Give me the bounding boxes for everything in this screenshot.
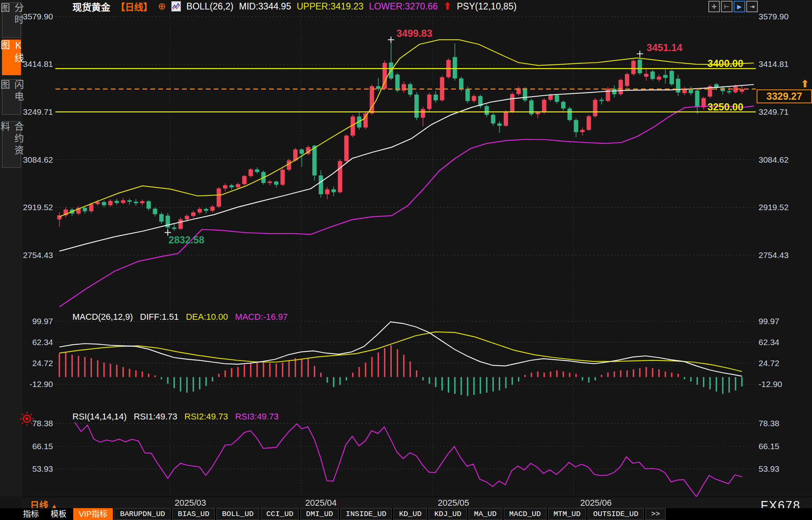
axis-tick-label: 3249.71 — [23, 107, 53, 117]
resistance-level-label[interactable]: 3400.00 — [708, 58, 743, 69]
tab-barupdn_ud[interactable]: BARUPDN_UD — [114, 508, 171, 520]
axis-tick-label: 99.97 — [23, 317, 53, 326]
axis-play-icon[interactable]: ▶ — [734, 1, 745, 12]
axis-tick-label: 3249.71 — [759, 107, 789, 117]
axis-tick-label: 2919.52 — [23, 203, 53, 212]
symbol-title: 现货黄金 — [72, 0, 110, 13]
chart-canvas[interactable] — [0, 0, 812, 520]
tab-inside_ud[interactable]: INSIDE_UD — [340, 508, 392, 520]
month-label-may: 2025/05 — [426, 498, 481, 508]
signal-up-arrow-icon: ⬆ — [443, 1, 451, 12]
month-label-mar: 2025/03 — [163, 498, 218, 508]
macd-dea-value: DEA:10.00 — [186, 312, 228, 322]
sidebar-item-kline-chart[interactable]: K线图 — [2, 40, 21, 75]
macd-header: MACD(26,12,9) DIFF:1.51 DEA:10.00 MACD:-… — [72, 312, 288, 322]
chart-toolbar: ✛ ⊢ ▶ ⇥ — [708, 1, 758, 12]
axis-tick-label: 62.34 — [23, 338, 53, 347]
tab-macd_ud[interactable]: MACD_UD — [504, 508, 546, 520]
rsi1-value: RSI1:49.73 — [134, 412, 177, 422]
axis-tick-label: 3414.81 — [759, 59, 789, 69]
macd-diff-value: DIFF:1.51 — [140, 312, 179, 322]
rsi-header: RSI(14,14,14) RSI1:49.73 RSI2:49.73 RSI3… — [72, 412, 279, 422]
tab-vip[interactable]: VIP指标 — [73, 508, 113, 520]
indicator-tab-bar: 指标模板VIP指标BARUPDN_UDBIAS_UDBOLL_UDCCI_UDD… — [0, 508, 812, 520]
price-up-arrow-icon: ⬆ — [801, 78, 809, 89]
low-annotation-1: 2832.58 — [169, 234, 204, 246]
high-annotation-1: 3499.83 — [397, 28, 432, 39]
axis-tick-label: 24.72 — [23, 359, 53, 368]
axis-tick-label: 2754.43 — [23, 251, 53, 260]
rsi-title[interactable]: RSI(14,14,14) — [72, 412, 127, 422]
chart-header: 现货黄金 【日线】 ⊕ BOLL(26,2) MID:3344.95 UPPER… — [72, 1, 516, 12]
axis-tick-label: 3579.90 — [23, 12, 53, 21]
sidebar-item-time-chart[interactable]: 分时图 — [2, 2, 21, 38]
tab-kd_ud[interactable]: KD_UD — [393, 508, 427, 520]
tab-[interactable]: 模板 — [46, 509, 72, 520]
tab-ma_ud[interactable]: MA_UD — [469, 508, 502, 520]
month-label-jun: 2025/06 — [568, 498, 624, 508]
sidebar-item-contract-info[interactable]: 合约资料 — [2, 121, 21, 168]
axis-tick-label: 24.72 — [759, 359, 780, 368]
tab-outside_ud[interactable]: OUTSIDE_UD — [588, 508, 644, 520]
axis-tick-label: -12.90 — [23, 380, 53, 389]
month-label-apr: 2025/04 — [293, 498, 349, 508]
app-window: 分时图 K线图 闪电图 合约资料 现货黄金 【日线】 ⊕ BOLL(26,2) … — [0, 0, 812, 520]
add-indicator-icon[interactable]: ⊕ — [158, 1, 166, 12]
support-level-label[interactable]: 3250.00 — [708, 101, 743, 113]
axis-tick-label: 99.97 — [759, 317, 780, 326]
axis-tick-label: 78.38 — [23, 419, 53, 428]
high-annotation-2: 3451.14 — [647, 42, 682, 53]
tab-dmi_ud[interactable]: DMI_UD — [300, 508, 338, 520]
tab-[interactable]: 指标 — [18, 509, 44, 520]
axis-tick-label: 3084.62 — [23, 155, 53, 165]
axis-tick-label: 2919.52 — [759, 203, 789, 212]
axis-tick-label: 53.93 — [759, 464, 780, 474]
axis-tick-label: 3579.90 — [759, 12, 789, 21]
axis-tick-label: 3084.62 — [759, 155, 789, 165]
axis-tick-label: -12.90 — [759, 380, 782, 389]
axis-tick-label: 66.15 — [759, 442, 780, 451]
period-label[interactable]: 【日线】 — [116, 0, 152, 13]
axis-tick-label: 66.15 — [23, 442, 53, 451]
axis-tick-label: 2754.43 — [759, 251, 789, 260]
rsi3-value: RSI3:49.73 — [235, 412, 279, 422]
line-chart-icon[interactable] — [171, 1, 181, 11]
axis-tick-label: 78.38 — [759, 419, 780, 428]
sidebar-item-lightning-chart[interactable]: 闪电图 — [2, 79, 21, 115]
time-axis — [23, 497, 812, 508]
tab-mtm_ud[interactable]: MTM_UD — [548, 508, 586, 520]
axis-scale-icon[interactable]: ⊢ — [721, 1, 732, 12]
tab-cci_ud[interactable]: CCI_UD — [261, 508, 299, 520]
last-price-box: 3329.27 — [757, 89, 812, 103]
tab->>[interactable]: >> — [645, 508, 666, 520]
axis-tick-label: 53.93 — [23, 464, 53, 474]
tab-boll_ud[interactable]: BOLL_UD — [216, 508, 259, 520]
axis-shift-icon[interactable]: ⇥ — [746, 1, 758, 12]
boll-lower-value: LOWER:3270.66 — [369, 1, 438, 12]
boll-mid-value: MID:3344.95 — [239, 1, 291, 12]
axis-tick-label: 3414.81 — [23, 59, 53, 69]
macd-value: MACD:-16.97 — [235, 312, 288, 322]
pan-move-icon[interactable]: ✛ — [708, 1, 720, 12]
rsi2-value: RSI2:49.73 — [184, 412, 228, 422]
axis-tick-label: 62.34 — [759, 338, 780, 347]
macd-title[interactable]: MACD(26,12,9) — [72, 312, 133, 322]
tab-bias_ud[interactable]: BIAS_UD — [172, 508, 215, 520]
boll-label: BOLL(26,2) — [186, 1, 233, 12]
boll-upper-value: UPPER:3419.23 — [297, 1, 364, 12]
tab-kdj_ud[interactable]: KDJ_UD — [429, 508, 467, 520]
psy-label: PSY(12,10,85) — [457, 1, 516, 12]
